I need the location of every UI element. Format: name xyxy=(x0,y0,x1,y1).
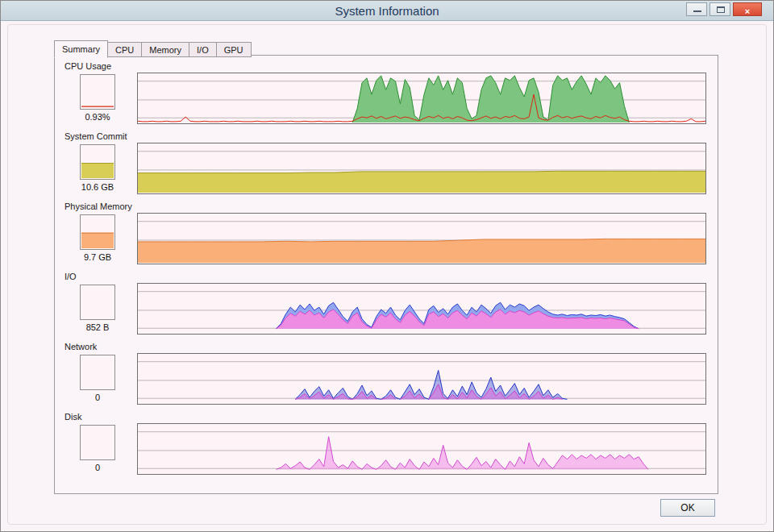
system-information-window: System Information × Summary CPU Memory … xyxy=(0,0,774,532)
network-graph xyxy=(137,353,706,405)
physical-memory-mini-graph xyxy=(80,214,115,250)
close-icon: × xyxy=(745,6,750,16)
tab-io[interactable]: I/O xyxy=(189,42,217,57)
cpu-usage-row: CPU Usage 0.93% xyxy=(64,61,706,131)
window-controls: × xyxy=(686,2,762,16)
io-label: I/O xyxy=(64,272,137,283)
system-commit-graph xyxy=(137,143,706,194)
cpu-usage-value: 0.93% xyxy=(69,112,126,122)
tab-cpu[interactable]: CPU xyxy=(108,42,142,57)
network-row: Network 0 xyxy=(64,342,706,412)
physical-memory-value: 9.7 GB xyxy=(69,252,126,262)
tab-gpu[interactable]: GPU xyxy=(217,42,252,57)
ok-button[interactable]: OK xyxy=(660,499,715,517)
minimize-icon xyxy=(693,10,701,12)
network-label: Network xyxy=(64,342,137,353)
system-commit-mini-graph xyxy=(80,144,115,180)
dialog-client-area: Summary CPU Memory I/O GPU CPU Usage 0.9… xyxy=(1,21,773,531)
titlebar[interactable]: System Information × xyxy=(1,1,773,21)
network-mini-graph xyxy=(80,355,115,390)
io-row: I/O 852 B xyxy=(64,272,706,342)
physical-memory-graph xyxy=(137,213,706,264)
disk-value: 0 xyxy=(69,463,126,472)
tab-summary[interactable]: Summary xyxy=(54,40,108,58)
cpu-usage-graph xyxy=(137,73,706,124)
io-mini-graph xyxy=(80,285,115,320)
system-commit-label: System Commit xyxy=(64,131,137,143)
window-title: System Information xyxy=(1,4,773,18)
system-commit-row: System Commit 10.6 GB xyxy=(64,131,706,202)
summary-tab-page: CPU Usage 0.93% System Commit 10.6 GB xyxy=(54,55,718,494)
cpu-usage-label: CPU Usage xyxy=(64,61,137,73)
tab-memory[interactable]: Memory xyxy=(142,42,189,57)
disk-graph xyxy=(137,423,706,475)
disk-mini-graph xyxy=(80,425,115,460)
tab-bar: Summary CPU Memory I/O GPU xyxy=(54,40,252,57)
physical-memory-label: Physical Memory xyxy=(64,202,137,213)
maximize-icon xyxy=(717,6,725,13)
io-graph xyxy=(137,283,706,335)
network-value: 0 xyxy=(69,393,126,402)
disk-label: Disk xyxy=(64,412,137,423)
maximize-button[interactable] xyxy=(710,2,730,16)
minimize-button[interactable] xyxy=(686,2,707,16)
physical-memory-row: Physical Memory 9.7 GB xyxy=(64,202,706,272)
disk-row: Disk 0 xyxy=(64,412,706,482)
cpu-usage-mini-graph xyxy=(80,74,115,110)
close-button[interactable]: × xyxy=(733,2,762,16)
system-commit-value: 10.6 GB xyxy=(69,182,126,192)
io-value: 852 B xyxy=(69,322,126,332)
